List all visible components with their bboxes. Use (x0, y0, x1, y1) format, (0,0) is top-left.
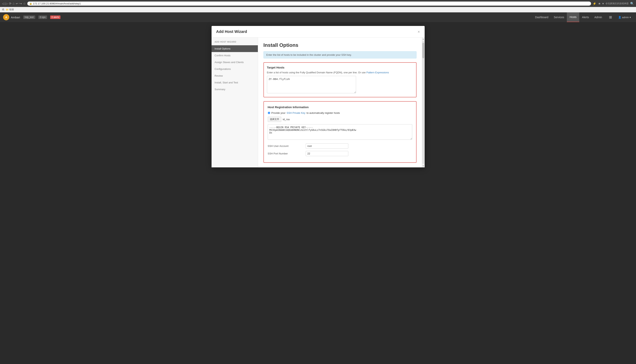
nav-user[interactable]: 👤 admin ▾ (616, 16, 633, 19)
browser-nav-buttons[interactable]: ◁ ▷ ⟳ ⌂ ↩ ↪ ☆ (2, 2, 26, 6)
registration-section: Host Registration Information Provide yo… (263, 101, 417, 163)
nav-admin[interactable]: Admin (592, 12, 605, 22)
ssh-port-input[interactable] (306, 151, 348, 156)
ssh-port-row: SSH Port Number (268, 151, 412, 156)
nav-undo-icon[interactable]: ↩ (16, 2, 18, 6)
wizard-step-label: Install, Start and Test (215, 81, 238, 84)
file-name-label: id_rsa (283, 118, 290, 121)
wizard-step-install-start-test[interactable]: Install, Start and Test (212, 79, 258, 86)
lightning-icon: ⚡ (593, 2, 596, 6)
user-dropdown-icon: ▾ (629, 16, 631, 19)
extension-icon: 令玩家疯狂的游戏神器 (605, 2, 629, 5)
browser-right-icons: ⚡ ★ ▾ 令玩家疯狂的游戏神器 🔍 (593, 2, 634, 6)
nav-links: Dashboard Services Hosts Alerts Admin (532, 12, 605, 22)
page-title: Install Options (263, 42, 417, 48)
bookmark-games[interactable]: 戏 (2, 8, 4, 11)
scrollbar-up-arrow[interactable]: ▲ (422, 38, 424, 40)
user-name: admin (622, 16, 629, 19)
alerts-count: 0 alerts (52, 16, 59, 18)
ssh-private-key-link[interactable]: SSH Private Key (286, 112, 305, 114)
ops-badge[interactable]: 0 ops (38, 16, 47, 19)
file-choose-button[interactable]: 选择文件 (268, 117, 281, 122)
user-icon: 👤 (618, 16, 621, 19)
wizard-step-review[interactable]: Review (212, 72, 258, 79)
wizard-step-label: Configurations (215, 68, 231, 70)
cluster-name: hdp_test (25, 16, 34, 18)
nav-services[interactable]: Services (551, 12, 567, 22)
bookmark-star-icon[interactable]: ★ (598, 2, 601, 6)
brand: A Ambari (3, 14, 20, 20)
brand-logo-text: A (5, 16, 7, 19)
modal-header: Add Host Wizard × (212, 26, 425, 38)
brand-name: Ambari (11, 16, 20, 19)
ssh-user-row: SSH User Account (268, 144, 412, 148)
modal-title: Add Host Wizard (216, 30, 247, 34)
pattern-expressions-link[interactable]: Pattern Expressions (366, 71, 389, 74)
address-bar[interactable]: 🔒 172.17.100.21:8080/#/main/host/add/ste… (27, 2, 591, 6)
wizard-step-label: Review (215, 74, 223, 77)
bookmark-links[interactable]: 📁 链接 (6, 8, 14, 11)
wizard-step-assign-slaves[interactable]: Assign Slaves and Clients (212, 59, 258, 66)
nav-home-icon[interactable]: ⌂ (13, 2, 15, 5)
wizard-step-install-options[interactable]: Install Options (212, 45, 258, 52)
grid-icon[interactable]: ⊞ (608, 15, 613, 19)
wizard-step-label: Confirm Hosts (215, 54, 230, 57)
wizard-step-confirm-hosts[interactable]: Confirm Hosts (212, 52, 258, 59)
wizard-step-label: Summary (215, 88, 225, 91)
nav-redo-icon[interactable]: ↪ (19, 2, 22, 6)
modal-close-button[interactable]: × (418, 30, 420, 34)
ssh-private-key-radio-row: Provide your SSH Private Key to automati… (268, 112, 412, 114)
info-text: Enter the list of hosts to be included i… (266, 54, 352, 56)
modal-body: ADD HOST WIZARD Install Options Confirm … (212, 38, 425, 168)
radio-label-after: to automatically register hosts (306, 112, 340, 114)
alerts-badge[interactable]: 0 alerts (50, 16, 61, 19)
modal-overlay: Add Host Wizard × ADD HOST WIZARD Instal… (0, 22, 636, 364)
url-text: 172.17.100.21:8080/#/main/host/add/step1 (33, 2, 81, 5)
nav-hosts[interactable]: Hosts (567, 12, 579, 22)
nav-reload-icon[interactable]: ⟳ (9, 2, 12, 6)
wizard-sidebar: ADD HOST WIZARD Install Options Confirm … (212, 38, 258, 168)
wizard-step-label: Assign Slaves and Clients (215, 61, 244, 64)
scrollbar-track (422, 41, 424, 164)
browser-chrome: ◁ ▷ ⟳ ⌂ ↩ ↪ ☆ 🔒 172.17.100.21:8080/#/mai… (0, 0, 636, 7)
wizard-step-summary[interactable]: Summary (212, 86, 258, 93)
info-banner: Enter the list of hosts to be included i… (263, 51, 417, 58)
ssh-port-label: SSH Port Number (268, 152, 302, 155)
bookmarks-bar: 戏 📁 链接 (0, 7, 636, 12)
target-hosts-title: Target Hosts (267, 66, 413, 69)
radio-label-before: Provide your (271, 112, 285, 114)
scrollbar-down-arrow[interactable]: ▼ (422, 165, 424, 167)
modal-scrollbar[interactable]: ▲ ▼ (422, 38, 425, 168)
ssh-private-key-radio[interactable] (268, 112, 270, 114)
nav-alerts[interactable]: Alerts (579, 12, 592, 22)
nav-dashboard[interactable]: Dashboard (532, 12, 551, 22)
folder-icon: 📁 (6, 8, 9, 11)
ssh-key-textarea[interactable]: -----BEGIN RSA PRIVATE KEY----- MIIEpAIB… (268, 124, 412, 140)
brand-logo: A (3, 14, 9, 20)
ops-count: 0 ops (40, 16, 46, 18)
nav-star-icon[interactable]: ☆ (23, 2, 26, 6)
nav-back-icon[interactable]: ◁ (2, 2, 4, 6)
wizard-content: Install Options Enter the list of hosts … (258, 38, 422, 168)
registration-title: Host Registration Information (268, 106, 412, 109)
app-nav: A Ambari hdp_test 0 ops 0 alerts Dashboa… (0, 12, 636, 22)
wizard-step-configurations[interactable]: Configurations (212, 66, 258, 72)
target-hosts-desc: Enter a list of hosts using the Fully Qu… (267, 71, 413, 74)
wizard-step-label: Install Options (215, 47, 230, 50)
target-hosts-desc-text: Enter a list of hosts using the Fully Qu… (267, 71, 366, 74)
wizard-sidebar-title: ADD HOST WIZARD (212, 41, 258, 45)
modal: Add Host Wizard × ADD HOST WIZARD Instal… (212, 26, 425, 168)
cluster-badge[interactable]: hdp_test (23, 16, 35, 19)
ssh-user-input[interactable] (306, 144, 348, 148)
nav-forward-icon[interactable]: ▷ (6, 2, 8, 6)
bookmark-links-label: 链接 (9, 8, 14, 11)
lock-icon: 🔒 (29, 2, 32, 5)
hosts-textarea[interactable]: ZY-004.flyfish (267, 76, 356, 93)
target-hosts-section: Target Hosts Enter a list of hosts using… (263, 62, 417, 97)
file-row: 选择文件 id_rsa (268, 117, 412, 122)
scrollbar-thumb[interactable] (422, 43, 424, 58)
search-icon[interactable]: 🔍 (630, 2, 634, 6)
chevron-down-icon[interactable]: ▾ (602, 2, 604, 6)
ssh-user-label: SSH User Account (268, 144, 302, 148)
